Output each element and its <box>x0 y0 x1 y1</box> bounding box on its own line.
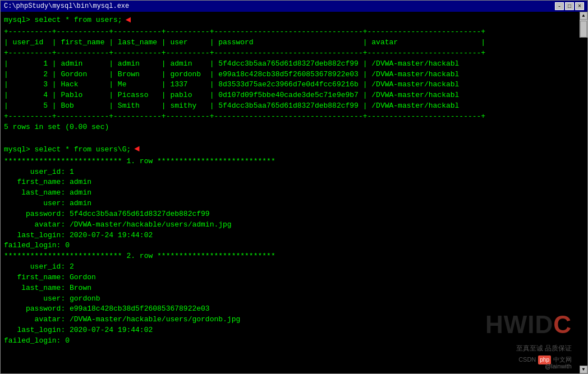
field-failed-login-1: failed_login: 0 <box>4 241 575 251</box>
field-last-name-2: last_name: Brown <box>4 283 575 294</box>
field-first-name-1: first_name: admin <box>4 177 575 188</box>
row-separator-2: *************************** 2. row *****… <box>4 251 575 262</box>
field-last-login-1: last_login: 2020-07-24 19:44:02 <box>4 230 575 241</box>
prompt-text-1: mysql> select * from users; <box>4 15 122 26</box>
scroll-down-button[interactable]: ▼ <box>580 366 587 373</box>
scroll-thumb[interactable] <box>580 21 587 38</box>
minimize-button[interactable]: - <box>555 2 564 10</box>
field-user-2: user: gordonb <box>4 294 575 304</box>
table-row-1: | 1 | admin | admin | admin | 5f4dcc3b5a… <box>4 59 575 70</box>
watermark-tagline: 至真至诚 品质保证 <box>516 344 572 353</box>
field-user-id-1: user_id: 1 <box>4 167 575 178</box>
watermark-user: @lainwith <box>545 362 572 371</box>
table-row-5: | 5 | Bob | Smith | smithy | 5f4dcc3b5aa… <box>4 101 575 112</box>
row-separator-1: *************************** 1. row *****… <box>4 156 575 167</box>
watermark-logo: HWIDC <box>485 307 572 343</box>
maximize-button[interactable]: □ <box>565 2 574 10</box>
main-window: C:\phpStudy\mysql\bin\mysql.exe - □ × my… <box>0 0 588 374</box>
table-divider-1: +----------+------------+-----------+---… <box>4 27 575 38</box>
field-avatar-1: avatar: /DVWA-master/hackable/users/admi… <box>4 220 575 230</box>
window-controls[interactable]: - □ × <box>555 2 584 10</box>
close-button[interactable]: × <box>575 2 584 10</box>
field-user-id-2: user_id: 2 <box>4 262 575 273</box>
blank-line <box>4 133 575 144</box>
red-arrow-2: ◄ <box>134 143 140 156</box>
field-password-1: password: 5f4dcc3b5aa765d61d8327deb882cf… <box>4 209 575 220</box>
table-header: | user_id | first_name | last_name | use… <box>4 38 575 48</box>
scroll-up-button[interactable]: ▲ <box>580 12 587 20</box>
table-divider-3: +----------+------------+-----------+---… <box>4 112 575 122</box>
red-arrow-1: ◄ <box>126 14 131 27</box>
field-first-name-2: first_name: Gordon <box>4 273 575 283</box>
window-title: C:\phpStudy\mysql\bin\mysql.exe <box>4 2 129 10</box>
command-line-1: mysql> select * from users; ◄ <box>4 14 575 27</box>
table-row-2: | 2 | Gordon | Brown | gordonb | e99a18c… <box>4 70 575 80</box>
scrollbar[interactable]: ▲ ▼ <box>580 12 587 373</box>
field-last-name-1: last_name: admin <box>4 188 575 198</box>
command-line-2: mysql> select * from users\G; ◄ <box>4 143 575 156</box>
prompt-text-2: mysql> select * from users\G; <box>4 145 131 155</box>
row-count: 5 rows in set (0.00 sec) <box>4 122 575 133</box>
title-bar: C:\phpStudy\mysql\bin\mysql.exe - □ × <box>1 1 587 12</box>
terminal-content: mysql> select * from users; ◄ +---------… <box>4 14 584 347</box>
table-row-3: | 3 | Hack | Me | 1337 | 8d3533d75ae2c39… <box>4 80 575 90</box>
field-user-1: user: admin <box>4 198 575 209</box>
table-divider-2: +----------+------------+-----------+---… <box>4 48 575 59</box>
terminal-area: mysql> select * from users; ◄ +---------… <box>1 12 587 373</box>
table-row-4: | 4 | Pablo | Picasso | pablo | 0d107d09… <box>4 90 575 101</box>
csdn-label: CSDN <box>518 355 536 364</box>
